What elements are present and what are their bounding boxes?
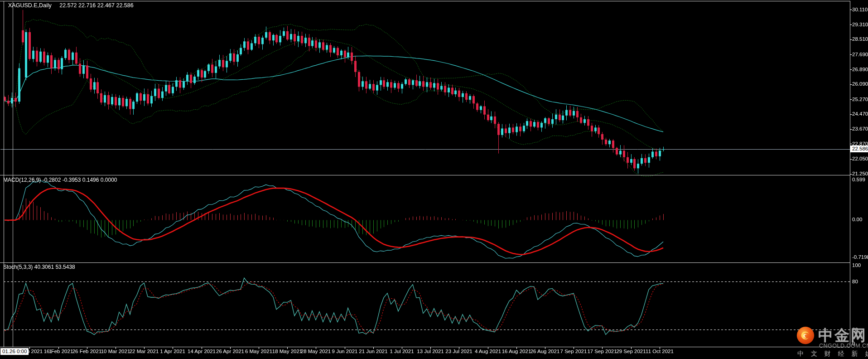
- date-axis-label: 1 Jul 2021: [390, 349, 414, 354]
- chart-title: XAGUSD.E,Daily 22.572 22.716 22.467 22.5…: [8, 2, 134, 9]
- date-axis-label: 26 Apr 2021: [216, 349, 244, 354]
- date-axis-label: 11 Oct 2021: [646, 349, 674, 354]
- price-axis-label: 24.470: [852, 111, 868, 116]
- date-axis-label: 26 Feb 2021: [72, 349, 102, 354]
- date-axis-label: 16 Aug 2021: [502, 349, 531, 354]
- price-axis-label: 29.310: [852, 22, 868, 27]
- date-axis-fragment: 1: [49, 349, 52, 354]
- date-axis-label: 14 Apr 2021: [188, 349, 216, 354]
- symbol-period-label: XAGUSD.E,Daily: [8, 2, 52, 9]
- macd-axis-label: 0.599: [852, 177, 865, 182]
- watermark-domain-text: CNGOLD.COM.CN: [819, 343, 868, 349]
- date-axis-label: 22 Mar 2021: [130, 349, 159, 354]
- stoch-axis-label: 80: [852, 279, 858, 284]
- price-axis-label: 23.670: [852, 126, 868, 131]
- price-axis-label: 28.510: [852, 36, 868, 42]
- date-axis-label: 9 Jun 2021: [332, 349, 358, 354]
- price-axis-label: 26.890: [852, 67, 868, 72]
- price-axis-label: 26.090: [852, 81, 868, 87]
- date-axis-label: 16 Feb 2021: [44, 349, 73, 354]
- macd-axis-label: -0.7198: [852, 254, 868, 260]
- macd-indicator-label: MACD(12,26,9) -0.2802 -0.3953 0.1496 0.0…: [3, 177, 117, 183]
- ohlc-values: 22.572 22.716 22.467 22.586: [59, 2, 133, 9]
- date-axis-label: 28 May 2021: [301, 349, 331, 354]
- price-axis-label: 22.050: [852, 156, 868, 161]
- price-axis-label: 21.250: [852, 171, 868, 176]
- date-axis-label: 13 Jul 2021: [417, 349, 444, 354]
- chart-canvas[interactable]: [0, 0, 868, 359]
- date-axis-label: 26 Aug 2021: [530, 349, 560, 354]
- price-axis-label: 27.690: [852, 52, 868, 57]
- date-axis-label: 6 May 2021: [245, 349, 272, 354]
- macd-axis-label: 0.00: [852, 217, 862, 222]
- cngold-logo-icon: [796, 326, 815, 344]
- price-axis-label: 25.270: [852, 97, 868, 102]
- date-axis-label: 17 Sep 2021: [587, 349, 617, 354]
- date-axis-label: 10 Mar 2021: [101, 349, 130, 354]
- date-axis-label: 4 Aug 2021: [475, 349, 501, 354]
- crosshair-price-badge: 22.586: [850, 146, 868, 152]
- date-axis-label: 29 Sep 2021: [616, 349, 646, 354]
- date-axis-label: 21 Jun 2021: [359, 349, 387, 354]
- stoch-axis-label: 100: [852, 262, 861, 268]
- trading-chart-window: XAGUSD.E,Daily 22.572 22.716 22.467 22.5…: [0, 0, 868, 359]
- stoch-indicator-label: Stoch(5,3,3) 40.3061 53.5438: [3, 264, 75, 270]
- date-axis-label: 18 May 2021: [272, 349, 303, 354]
- date-axis-label: 23 Jul 2021: [445, 349, 472, 354]
- date-axis-label: 1 Apr 2021: [160, 349, 185, 354]
- crosshair-time-badge: 01.26 0:00: [0, 348, 29, 355]
- price-axis-label: 30.110: [852, 7, 868, 12]
- watermark-tagline-text: 中 文 财 经 新 媒 体: [797, 350, 868, 358]
- date-axis-label: 7 Sep 2021: [560, 349, 587, 354]
